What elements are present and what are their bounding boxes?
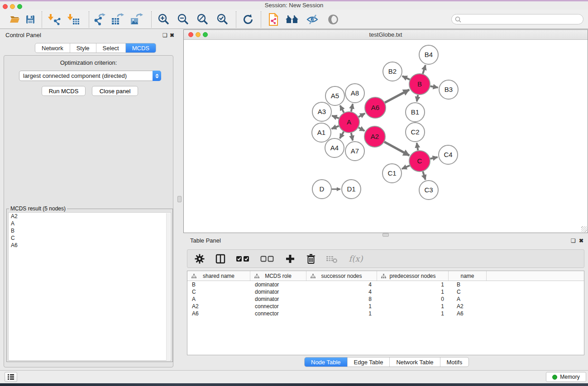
mcds-result-list[interactable]: A2ABCA6 bbox=[8, 212, 171, 361]
deselect-all-columns-button[interactable] bbox=[259, 252, 276, 266]
graph-node-label: C2 bbox=[411, 128, 419, 136]
table-row[interactable]: A2connector11A2 bbox=[187, 303, 584, 310]
hide-graphics-details-button[interactable] bbox=[305, 13, 320, 26]
graph-edge-C-C2[interactable] bbox=[417, 143, 418, 151]
graph-edge-A-A6[interactable] bbox=[359, 114, 365, 117]
graph-edge-A6-B[interactable] bbox=[385, 90, 409, 103]
graph-edge-B-B2[interactable] bbox=[402, 76, 410, 80]
table-cell: 4 bbox=[306, 281, 377, 288]
tab-network-table[interactable]: Network Table bbox=[390, 357, 440, 367]
graph-edge-A-A5[interactable] bbox=[340, 105, 344, 113]
search-icon bbox=[455, 16, 461, 23]
result-item[interactable]: B bbox=[9, 227, 171, 234]
dropdown-stepper-icon[interactable] bbox=[153, 71, 161, 81]
delete-table-button[interactable] bbox=[325, 252, 339, 266]
graph-edge-A2-C[interactable] bbox=[384, 142, 409, 155]
graph-edge-A-A4[interactable] bbox=[340, 132, 344, 138]
graph-edge-C-C4[interactable] bbox=[430, 157, 437, 159]
table-row[interactable]: Adominator80A bbox=[187, 295, 584, 303]
apply-layout-button[interactable] bbox=[240, 13, 256, 26]
show-all-networks-button[interactable] bbox=[285, 13, 300, 26]
search-input[interactable] bbox=[463, 15, 583, 24]
table-cell: A2 bbox=[187, 303, 250, 310]
zoom-fit-button[interactable] bbox=[195, 13, 210, 26]
graph-edge-A-A1[interactable] bbox=[331, 126, 339, 129]
zoom-traffic-light[interactable] bbox=[17, 4, 22, 9]
graph-edge-A-A2[interactable] bbox=[359, 128, 364, 131]
graph-edge-B-B3[interactable] bbox=[430, 86, 438, 87]
column-header-shared-name[interactable]: shared name bbox=[187, 271, 250, 281]
tab-select[interactable]: Select bbox=[96, 43, 126, 52]
graph-edge-A-A7[interactable] bbox=[351, 133, 353, 141]
result-scrollbar[interactable] bbox=[166, 213, 170, 361]
column-header-successor-nodes[interactable]: successor nodes bbox=[306, 271, 377, 281]
show-graphics-details-button[interactable] bbox=[325, 13, 341, 26]
tab-node-table[interactable]: Node Table bbox=[305, 357, 348, 367]
add-column-button[interactable] bbox=[283, 252, 297, 266]
memory-button[interactable]: Memory bbox=[546, 372, 586, 382]
export-image-button[interactable] bbox=[129, 13, 144, 26]
tab-style[interactable]: Style bbox=[70, 43, 96, 52]
table-cell: dominator bbox=[250, 296, 306, 302]
split-divider-grip[interactable] bbox=[177, 196, 182, 202]
export-network-button[interactable] bbox=[92, 13, 107, 26]
result-item[interactable]: A2 bbox=[9, 213, 171, 220]
graph-edge-B-B1[interactable] bbox=[417, 95, 418, 102]
control-panel-float-icon[interactable]: ❏ bbox=[163, 32, 167, 38]
tab-edge-table[interactable]: Edge Table bbox=[348, 357, 390, 367]
task-history-button[interactable] bbox=[5, 372, 17, 382]
graph-node-label: C3 bbox=[424, 186, 433, 194]
table-row[interactable]: Bdominator41B bbox=[187, 281, 584, 288]
split-view-button[interactable] bbox=[214, 252, 227, 266]
network-zoom-traffic-light[interactable] bbox=[203, 32, 208, 37]
zoom-out-button[interactable] bbox=[176, 13, 191, 26]
table-row[interactable]: Cdominator41C bbox=[187, 288, 584, 295]
tab-motifs[interactable]: Motifs bbox=[440, 357, 469, 367]
result-item[interactable]: C bbox=[9, 234, 171, 242]
graph-node-label: A bbox=[347, 118, 351, 126]
graph-edge-A-A8[interactable] bbox=[351, 104, 353, 112]
select-all-columns-button[interactable] bbox=[234, 252, 252, 266]
graph-edge-B-B4[interactable] bbox=[423, 65, 425, 74]
search-field[interactable] bbox=[451, 14, 583, 24]
result-item[interactable]: A6 bbox=[9, 242, 171, 249]
control-panel-close-icon[interactable]: ✖ bbox=[170, 32, 174, 38]
zoom-in-button[interactable] bbox=[156, 13, 172, 26]
export-table-button[interactable] bbox=[110, 13, 125, 26]
column-header-predecessor-nodes[interactable]: predecessor nodes bbox=[377, 271, 449, 281]
tab-mcds[interactable]: MCDS bbox=[126, 43, 156, 52]
column-header-name[interactable]: name bbox=[449, 271, 487, 281]
split-divider-grip[interactable] bbox=[382, 233, 389, 237]
result-item[interactable]: A bbox=[9, 220, 171, 227]
zoom-selected-button[interactable] bbox=[215, 13, 230, 26]
network-graph-canvas[interactable]: B4B2BB3A5A8A6A3B1AA1C2A2A4A7CC4C1C3DD1 bbox=[184, 40, 588, 233]
delete-columns-button[interactable] bbox=[304, 252, 318, 266]
network-window-titlebar[interactable]: testGlobe.txt bbox=[184, 30, 588, 40]
column-settings-button[interactable] bbox=[193, 252, 206, 266]
criterion-dropdown[interactable]: largest connected component (directed) bbox=[19, 71, 161, 81]
close-traffic-light[interactable] bbox=[3, 4, 8, 9]
graph-node-label: A7 bbox=[351, 147, 359, 155]
graph-edge-C-C3[interactable] bbox=[423, 172, 425, 180]
minimize-traffic-light[interactable] bbox=[10, 4, 15, 9]
tab-network[interactable]: Network bbox=[35, 43, 70, 52]
run-mcds-button[interactable]: Run MCDS bbox=[42, 86, 86, 96]
network-close-traffic-light[interactable] bbox=[188, 32, 193, 37]
column-header-MCDS-role[interactable]: MCDS role bbox=[250, 271, 306, 281]
save-session-button[interactable] bbox=[23, 13, 38, 26]
function-builder-button[interactable]: f(x) bbox=[346, 252, 366, 266]
graph-edge-C-C1[interactable] bbox=[402, 166, 410, 169]
table-row[interactable]: A6connector11A6 bbox=[187, 310, 584, 317]
import-table-button[interactable] bbox=[66, 13, 81, 26]
duplicate-network-button[interactable] bbox=[266, 13, 281, 26]
graph-edge-A-A3[interactable] bbox=[332, 116, 339, 119]
window-resize-grip[interactable] bbox=[581, 226, 587, 232]
table-panel-close-icon[interactable]: ✖ bbox=[579, 238, 583, 244]
close-panel-button[interactable]: Close panel bbox=[92, 86, 138, 96]
import-network-button[interactable] bbox=[47, 13, 62, 26]
table-panel-float-icon[interactable]: ❏ bbox=[571, 238, 576, 244]
graph-node-label: A8 bbox=[351, 89, 359, 97]
open-session-button[interactable] bbox=[7, 13, 23, 26]
plus-icon bbox=[285, 254, 295, 264]
network-minimize-traffic-light[interactable] bbox=[196, 32, 201, 37]
